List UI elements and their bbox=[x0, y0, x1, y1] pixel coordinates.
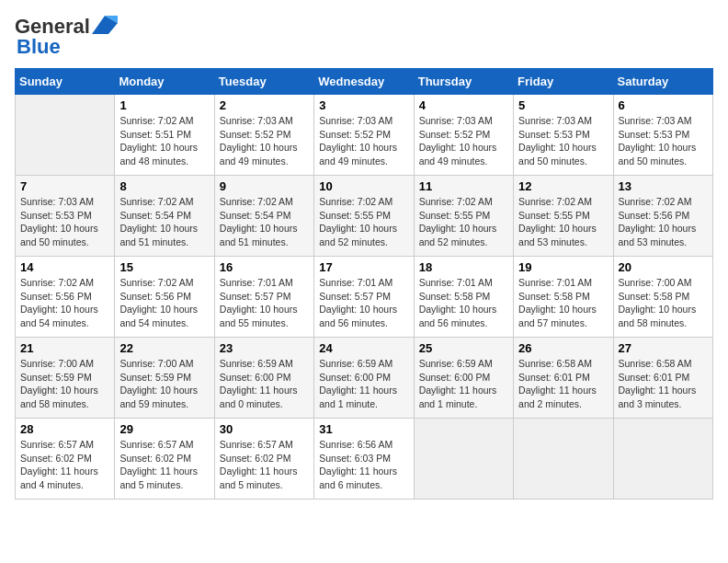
day-info: Sunrise: 7:02 AM Sunset: 5:56 PM Dayligh… bbox=[619, 195, 708, 249]
day-info: Sunrise: 7:01 AM Sunset: 5:58 PM Dayligh… bbox=[518, 276, 608, 330]
calendar-cell: 12Sunrise: 7:02 AM Sunset: 5:55 PM Dayli… bbox=[514, 176, 613, 257]
day-info: Sunrise: 6:59 AM Sunset: 6:00 PM Dayligh… bbox=[419, 357, 508, 411]
calendar-cell: 17Sunrise: 7:01 AM Sunset: 5:57 PM Dayli… bbox=[314, 257, 414, 338]
day-number: 12 bbox=[518, 179, 608, 193]
logo-icon bbox=[92, 16, 118, 34]
day-number: 11 bbox=[419, 179, 508, 193]
calendar-week-4: 21Sunrise: 7:00 AM Sunset: 5:59 PM Dayli… bbox=[16, 338, 713, 419]
calendar-cell bbox=[414, 419, 513, 500]
day-number: 8 bbox=[119, 179, 209, 193]
day-number: 14 bbox=[20, 260, 109, 274]
day-number: 30 bbox=[220, 422, 309, 436]
day-number: 28 bbox=[20, 422, 109, 436]
day-number: 25 bbox=[419, 341, 508, 355]
day-info: Sunrise: 7:02 AM Sunset: 5:56 PM Dayligh… bbox=[119, 276, 209, 330]
calendar-cell: 2Sunrise: 7:03 AM Sunset: 5:52 PM Daylig… bbox=[214, 95, 313, 176]
calendar-cell: 9Sunrise: 7:02 AM Sunset: 5:54 PM Daylig… bbox=[214, 176, 313, 257]
day-info: Sunrise: 7:02 AM Sunset: 5:56 PM Dayligh… bbox=[20, 276, 109, 330]
day-info: Sunrise: 7:01 AM Sunset: 5:57 PM Dayligh… bbox=[220, 276, 309, 330]
calendar-cell: 10Sunrise: 7:02 AM Sunset: 5:55 PM Dayli… bbox=[314, 176, 414, 257]
day-number: 26 bbox=[518, 341, 608, 355]
day-number: 1 bbox=[119, 98, 209, 112]
calendar-cell: 20Sunrise: 7:00 AM Sunset: 5:58 PM Dayli… bbox=[613, 257, 712, 338]
day-number: 22 bbox=[119, 341, 209, 355]
calendar-week-3: 14Sunrise: 7:02 AM Sunset: 5:56 PM Dayli… bbox=[16, 257, 713, 338]
page-header: General Blue bbox=[15, 15, 713, 59]
calendar-cell: 5Sunrise: 7:03 AM Sunset: 5:53 PM Daylig… bbox=[514, 95, 613, 176]
day-number: 24 bbox=[319, 341, 408, 355]
day-info: Sunrise: 7:03 AM Sunset: 5:53 PM Dayligh… bbox=[518, 114, 608, 168]
calendar-cell: 30Sunrise: 6:57 AM Sunset: 6:02 PM Dayli… bbox=[214, 419, 313, 500]
day-number: 6 bbox=[619, 98, 708, 112]
calendar-cell bbox=[613, 419, 712, 500]
calendar-week-2: 7Sunrise: 7:03 AM Sunset: 5:53 PM Daylig… bbox=[16, 176, 713, 257]
day-info: Sunrise: 6:56 AM Sunset: 6:03 PM Dayligh… bbox=[319, 438, 408, 492]
calendar-cell: 15Sunrise: 7:02 AM Sunset: 5:56 PM Dayli… bbox=[115, 257, 214, 338]
day-info: Sunrise: 6:57 AM Sunset: 6:02 PM Dayligh… bbox=[220, 438, 309, 492]
header-row: SundayMondayTuesdayWednesdayThursdayFrid… bbox=[16, 69, 713, 95]
day-info: Sunrise: 7:02 AM Sunset: 5:55 PM Dayligh… bbox=[518, 195, 608, 249]
calendar-cell: 29Sunrise: 6:57 AM Sunset: 6:02 PM Dayli… bbox=[115, 419, 214, 500]
day-info: Sunrise: 7:03 AM Sunset: 5:52 PM Dayligh… bbox=[220, 114, 309, 168]
logo: General Blue bbox=[15, 15, 118, 59]
day-number: 19 bbox=[518, 260, 608, 274]
day-number: 23 bbox=[220, 341, 309, 355]
calendar-body: 1Sunrise: 7:02 AM Sunset: 5:51 PM Daylig… bbox=[16, 95, 713, 500]
calendar-cell: 23Sunrise: 6:59 AM Sunset: 6:00 PM Dayli… bbox=[214, 338, 313, 419]
day-info: Sunrise: 7:02 AM Sunset: 5:55 PM Dayligh… bbox=[419, 195, 508, 249]
day-number: 18 bbox=[419, 260, 508, 274]
calendar-week-1: 1Sunrise: 7:02 AM Sunset: 5:51 PM Daylig… bbox=[16, 95, 713, 176]
header-day-tuesday: Tuesday bbox=[214, 69, 313, 95]
day-number: 7 bbox=[20, 179, 109, 193]
day-number: 31 bbox=[319, 422, 408, 436]
day-number: 16 bbox=[220, 260, 309, 274]
day-info: Sunrise: 7:03 AM Sunset: 5:52 PM Dayligh… bbox=[419, 114, 508, 168]
header-day-wednesday: Wednesday bbox=[314, 69, 414, 95]
header-day-thursday: Thursday bbox=[414, 69, 513, 95]
day-number: 15 bbox=[119, 260, 209, 274]
calendar-cell: 28Sunrise: 6:57 AM Sunset: 6:02 PM Dayli… bbox=[16, 419, 115, 500]
calendar-table: SundayMondayTuesdayWednesdayThursdayFrid… bbox=[15, 68, 713, 500]
day-number: 3 bbox=[319, 98, 408, 112]
logo-blue: Blue bbox=[17, 35, 61, 59]
day-number: 2 bbox=[220, 98, 309, 112]
day-number: 10 bbox=[319, 179, 408, 193]
calendar-cell: 7Sunrise: 7:03 AM Sunset: 5:53 PM Daylig… bbox=[16, 176, 115, 257]
day-number: 29 bbox=[119, 422, 209, 436]
calendar-week-5: 28Sunrise: 6:57 AM Sunset: 6:02 PM Dayli… bbox=[16, 419, 713, 500]
day-info: Sunrise: 7:02 AM Sunset: 5:54 PM Dayligh… bbox=[220, 195, 309, 249]
day-info: Sunrise: 7:02 AM Sunset: 5:55 PM Dayligh… bbox=[319, 195, 408, 249]
calendar-cell: 11Sunrise: 7:02 AM Sunset: 5:55 PM Dayli… bbox=[414, 176, 513, 257]
day-info: Sunrise: 7:00 AM Sunset: 5:58 PM Dayligh… bbox=[619, 276, 708, 330]
calendar-cell: 19Sunrise: 7:01 AM Sunset: 5:58 PM Dayli… bbox=[514, 257, 613, 338]
calendar-cell: 26Sunrise: 6:58 AM Sunset: 6:01 PM Dayli… bbox=[514, 338, 613, 419]
calendar-cell: 27Sunrise: 6:58 AM Sunset: 6:01 PM Dayli… bbox=[613, 338, 712, 419]
day-number: 27 bbox=[619, 341, 708, 355]
day-number: 13 bbox=[619, 179, 708, 193]
day-info: Sunrise: 7:00 AM Sunset: 5:59 PM Dayligh… bbox=[20, 357, 109, 411]
day-info: Sunrise: 6:58 AM Sunset: 6:01 PM Dayligh… bbox=[518, 357, 608, 411]
day-info: Sunrise: 6:58 AM Sunset: 6:01 PM Dayligh… bbox=[619, 357, 708, 411]
header-day-monday: Monday bbox=[115, 69, 214, 95]
calendar-header: SundayMondayTuesdayWednesdayThursdayFrid… bbox=[16, 69, 713, 95]
calendar-cell: 3Sunrise: 7:03 AM Sunset: 5:52 PM Daylig… bbox=[314, 95, 414, 176]
day-number: 5 bbox=[518, 98, 608, 112]
calendar-cell bbox=[16, 95, 115, 176]
calendar-cell: 21Sunrise: 7:00 AM Sunset: 5:59 PM Dayli… bbox=[16, 338, 115, 419]
calendar-cell: 6Sunrise: 7:03 AM Sunset: 5:53 PM Daylig… bbox=[613, 95, 712, 176]
day-info: Sunrise: 6:57 AM Sunset: 6:02 PM Dayligh… bbox=[119, 438, 209, 492]
day-info: Sunrise: 7:01 AM Sunset: 5:57 PM Dayligh… bbox=[319, 276, 408, 330]
day-info: Sunrise: 7:00 AM Sunset: 5:59 PM Dayligh… bbox=[119, 357, 209, 411]
calendar-cell: 4Sunrise: 7:03 AM Sunset: 5:52 PM Daylig… bbox=[414, 95, 513, 176]
day-number: 4 bbox=[419, 98, 508, 112]
calendar-cell: 14Sunrise: 7:02 AM Sunset: 5:56 PM Dayli… bbox=[16, 257, 115, 338]
day-info: Sunrise: 7:02 AM Sunset: 5:51 PM Dayligh… bbox=[119, 114, 209, 168]
header-day-friday: Friday bbox=[514, 69, 613, 95]
calendar-cell: 24Sunrise: 6:59 AM Sunset: 6:00 PM Dayli… bbox=[314, 338, 414, 419]
header-day-sunday: Sunday bbox=[16, 69, 115, 95]
calendar-cell: 1Sunrise: 7:02 AM Sunset: 5:51 PM Daylig… bbox=[115, 95, 214, 176]
day-info: Sunrise: 6:59 AM Sunset: 6:00 PM Dayligh… bbox=[220, 357, 309, 411]
day-info: Sunrise: 7:03 AM Sunset: 5:52 PM Dayligh… bbox=[319, 114, 408, 168]
calendar-cell: 31Sunrise: 6:56 AM Sunset: 6:03 PM Dayli… bbox=[314, 419, 414, 500]
calendar-cell: 16Sunrise: 7:01 AM Sunset: 5:57 PM Dayli… bbox=[214, 257, 313, 338]
